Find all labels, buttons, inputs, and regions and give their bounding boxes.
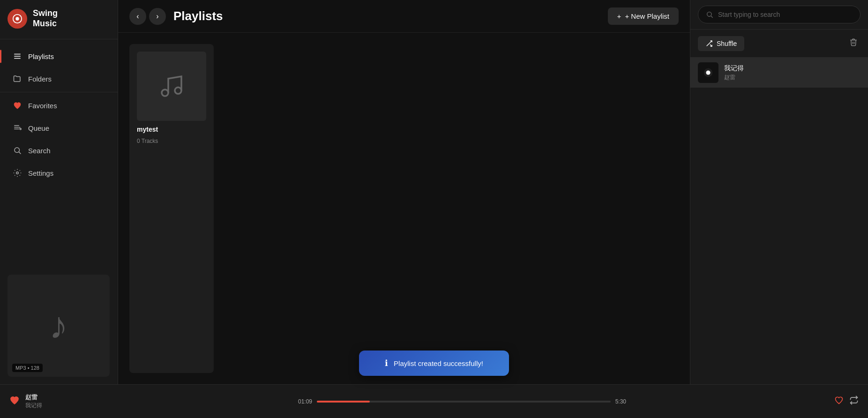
queue-icon bbox=[13, 124, 22, 132]
now-playing-art: ♪ MP3 • 128 bbox=[7, 275, 110, 377]
shuffle-button[interactable]: Shuffle bbox=[698, 36, 744, 51]
sidebar-item-playlists[interactable]: Playlists bbox=[4, 45, 114, 67]
sidebar: Swing Music Playlists bbox=[0, 0, 118, 384]
forward-icon: › bbox=[156, 12, 158, 21]
search-input[interactable] bbox=[718, 11, 853, 18]
app-name-line2: Music bbox=[33, 19, 57, 28]
heart-filled-icon bbox=[9, 395, 20, 405]
sidebar-item-settings[interactable]: Settings bbox=[4, 162, 114, 184]
time-current: 01:09 bbox=[298, 398, 312, 405]
bottom-heart-button[interactable] bbox=[834, 396, 844, 407]
progress-bar[interactable] bbox=[317, 401, 611, 403]
sidebar-item-favorites[interactable]: Favorites bbox=[4, 95, 114, 116]
playlist-music-icon bbox=[158, 73, 185, 99]
svg-point-8 bbox=[20, 128, 21, 130]
sidebar-item-folders[interactable]: Folders bbox=[4, 68, 114, 90]
delete-button[interactable] bbox=[846, 35, 861, 52]
music-note-icon: ♪ bbox=[49, 304, 68, 347]
app-logo[interactable]: Swing Music bbox=[0, 0, 118, 37]
back-icon: ‹ bbox=[136, 12, 139, 21]
sidebar-label-folders: Folders bbox=[28, 75, 52, 83]
track-artist: 赵雷 bbox=[724, 74, 861, 82]
sidebar-label-playlists: Playlists bbox=[28, 52, 54, 60]
progress-fill bbox=[317, 401, 370, 403]
playlist-name: mytest bbox=[137, 126, 206, 133]
playlist-tracks: 0 Tracks bbox=[137, 138, 206, 144]
svg-point-20 bbox=[706, 70, 710, 75]
sidebar-label-search: Search bbox=[28, 147, 51, 155]
track-title: 我记得 bbox=[724, 64, 861, 73]
sidebar-divider-1 bbox=[0, 39, 118, 39]
search-icon bbox=[13, 146, 22, 155]
repeat-button[interactable] bbox=[849, 396, 859, 407]
page-title: Playlists bbox=[173, 9, 600, 23]
svg-point-15 bbox=[707, 12, 711, 16]
toast-notification: ℹ Playlist created successfully! bbox=[359, 351, 509, 376]
app-name: Swing Music bbox=[33, 8, 58, 29]
playlist-art bbox=[137, 52, 206, 121]
new-playlist-button[interactable]: + + New Playlist bbox=[608, 7, 679, 25]
svg-line-16 bbox=[711, 16, 713, 18]
bottom-bar: 赵雷 我记得 01:09 5:30 bbox=[0, 384, 868, 418]
sidebar-label-settings: Settings bbox=[28, 169, 53, 177]
sidebar-label-queue: Queue bbox=[28, 124, 49, 132]
heart-outline-icon bbox=[834, 396, 844, 405]
heart-icon bbox=[13, 101, 22, 110]
track-list: 我记得 赵雷 bbox=[690, 58, 868, 384]
playlist-card[interactable]: mytest 0 Tracks bbox=[129, 44, 214, 373]
app-name-line1: Swing bbox=[33, 8, 58, 18]
nav-buttons: ‹ › bbox=[129, 8, 166, 25]
bottom-artist-name: 赵雷 bbox=[25, 393, 42, 402]
active-indicator bbox=[0, 50, 1, 63]
settings-icon bbox=[13, 169, 22, 177]
search-container bbox=[690, 0, 868, 30]
sidebar-item-search[interactable]: Search bbox=[4, 140, 114, 161]
search-bar bbox=[698, 6, 861, 23]
folder-icon bbox=[13, 75, 22, 83]
music-logo-svg bbox=[12, 14, 22, 24]
sidebar-item-queue[interactable]: Queue bbox=[4, 117, 114, 139]
repeat-icon bbox=[849, 396, 859, 405]
back-button[interactable]: ‹ bbox=[129, 8, 146, 25]
main-content: ‹ › Playlists + + New Playlist bbox=[118, 0, 690, 384]
track-thumbnail bbox=[698, 62, 718, 83]
bottom-bar-center: 01:09 5:30 bbox=[112, 398, 812, 405]
new-playlist-label: + New Playlist bbox=[625, 12, 669, 20]
playlists-grid: mytest 0 Tracks bbox=[118, 33, 690, 384]
plus-icon: + bbox=[617, 12, 621, 20]
toast-message: Playlist created successfully! bbox=[394, 359, 483, 367]
svg-point-1 bbox=[15, 17, 19, 20]
sidebar-label-favorites: Favorites bbox=[28, 102, 57, 110]
right-panel-actions: Shuffle bbox=[690, 30, 868, 58]
track-info: 我记得 赵雷 bbox=[724, 64, 861, 82]
bottom-bar-right bbox=[821, 396, 859, 407]
favorite-button[interactable] bbox=[9, 395, 20, 408]
shuffle-icon bbox=[705, 40, 713, 47]
progress-bar-container: 01:09 5:30 bbox=[298, 398, 626, 405]
trash-icon bbox=[849, 38, 858, 46]
logo-icon bbox=[7, 9, 27, 29]
svg-point-14 bbox=[175, 87, 181, 94]
sidebar-divider-2 bbox=[0, 92, 118, 92]
list-icon bbox=[13, 52, 22, 60]
svg-point-13 bbox=[162, 90, 168, 96]
svg-line-11 bbox=[19, 152, 21, 154]
waveform-icon bbox=[703, 67, 713, 78]
svg-point-10 bbox=[15, 148, 20, 153]
sidebar-bottom: ♪ MP3 • 128 bbox=[0, 267, 118, 384]
bottom-bar-left: 赵雷 我记得 bbox=[9, 393, 103, 410]
svg-point-12 bbox=[16, 172, 19, 174]
bottom-song-name: 我记得 bbox=[25, 402, 42, 410]
toast-icon: ℹ bbox=[385, 358, 388, 368]
track-item[interactable]: 我记得 赵雷 bbox=[690, 58, 868, 88]
right-panel: Shuffle 我记得 bbox=[690, 0, 868, 384]
main-header: ‹ › Playlists + + New Playlist bbox=[118, 0, 690, 33]
shuffle-label: Shuffle bbox=[717, 40, 737, 47]
quality-badge: MP3 • 128 bbox=[12, 364, 43, 372]
search-bar-icon bbox=[706, 11, 713, 18]
forward-button[interactable]: › bbox=[149, 8, 166, 25]
sidebar-nav: Playlists Folders Favorite bbox=[0, 41, 118, 188]
time-total: 5:30 bbox=[615, 398, 626, 405]
bottom-track-info: 赵雷 我记得 bbox=[25, 393, 42, 410]
